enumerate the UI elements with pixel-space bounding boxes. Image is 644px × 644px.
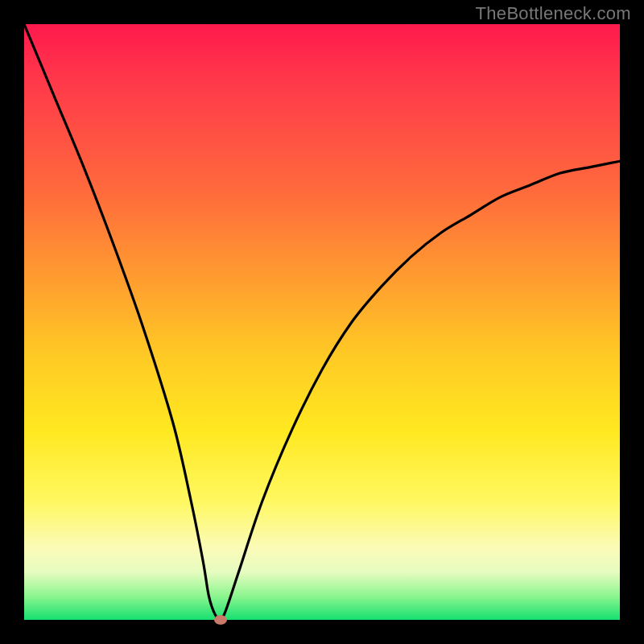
plot-area xyxy=(24,24,620,620)
curve-svg xyxy=(24,24,620,620)
chart-container: TheBottleneck.com xyxy=(0,0,644,644)
min-marker-dot xyxy=(214,615,227,625)
watermark-text: TheBottleneck.com xyxy=(476,3,631,24)
bottleneck-curve xyxy=(24,24,620,620)
